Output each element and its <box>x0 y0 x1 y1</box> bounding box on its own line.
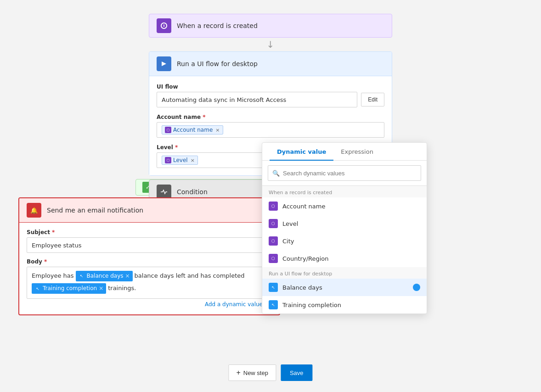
ui-flow-label: UI flow <box>157 84 384 90</box>
email-block: 🔔 Send me an email notification Subject … <box>18 197 280 315</box>
ui-flow-input[interactable]: Automating data sync in Microsoft Access <box>157 92 357 107</box>
canvas: When a record is created ↓ Run a UI flow… <box>0 0 541 392</box>
level-tag-remove[interactable]: × <box>191 157 195 163</box>
account-name-tag-icon: ⬡ <box>165 127 171 133</box>
section-when-record: When a record is created <box>262 186 427 197</box>
body-input[interactable]: Employee has ↖ Balance days × balance da… <box>27 267 272 299</box>
account-name-icon: ⬡ <box>269 202 278 211</box>
balance-days-tag: ↖ Balance days × <box>76 271 133 281</box>
add-dynamic-value[interactable]: Add a dynamic value ⚡ <box>27 301 272 308</box>
ui-flow-row: Automating data sync in Microsoft Access… <box>157 92 384 107</box>
level-required: * <box>175 144 178 151</box>
run-ui-flow-title: Run a UI flow for desktop <box>177 60 258 67</box>
email-body-section: Subject * Employee status Body * Employe… <box>19 223 279 314</box>
trigger-label: When a record is created <box>177 22 258 29</box>
trigger-block[interactable]: When a record is created <box>149 14 392 38</box>
dynamic-item-balance-days[interactable]: ↖ Balance days <box>262 279 427 296</box>
subject-label: Subject * <box>27 229 272 235</box>
body-line-2: ↖ Training completion × trainings. <box>32 283 267 294</box>
level-tag: ⬡ Level × <box>162 156 198 165</box>
edit-button[interactable]: Edit <box>361 93 384 106</box>
account-name-input[interactable]: ⬡ Account name × <box>157 122 384 138</box>
connector-arrow: ↓ <box>267 38 275 51</box>
account-name-field: Account name * ⬡ Account name × <box>157 114 384 138</box>
condition-label: Condition <box>177 188 208 196</box>
ui-flow-field: UI flow Automating data sync in Microsof… <box>157 84 384 107</box>
training-panel-icon: ↖ <box>269 300 278 309</box>
section-run-ui-flow: Run a UI flow for desktop <box>262 267 427 279</box>
dynamic-item-level[interactable]: ⬡ Level <box>262 215 427 232</box>
search-dynamic-input[interactable] <box>268 165 421 181</box>
balance-days-remove[interactable]: × <box>125 272 130 280</box>
bottom-bar: + New step Save <box>228 364 312 381</box>
body-line-1: Employee has ↖ Balance days × balance da… <box>32 271 267 281</box>
account-name-label: Account name * <box>157 114 384 120</box>
search-wrapper: 🔍 <box>268 165 421 181</box>
tab-dynamic-value[interactable]: Dynamic value <box>270 143 333 161</box>
run-ui-flow-icon <box>157 56 171 71</box>
subject-field: Subject * Employee status <box>27 229 272 253</box>
body-field: Body * Employee has ↖ Balance days × bal… <box>27 258 272 308</box>
dynamic-value-panel: Dynamic value Expression 🔍 When a record… <box>262 142 427 314</box>
subject-input[interactable]: Employee status <box>27 237 272 253</box>
email-title: Send me an email notification <box>47 207 143 214</box>
email-icon: 🔔 <box>27 203 41 218</box>
balance-days-dot <box>413 284 420 291</box>
balance-days-icon: ↖ <box>79 273 85 280</box>
dynamic-item-city[interactable]: ⬡ City <box>262 232 427 250</box>
body-label: Body * <box>27 258 272 265</box>
dynamic-item-country[interactable]: ⬡ Country/Region <box>262 250 427 267</box>
dynamic-item-account-name[interactable]: ⬡ Account name <box>262 197 427 215</box>
tab-expression[interactable]: Expression <box>333 143 381 161</box>
panel-tabs: Dynamic value Expression <box>262 143 427 161</box>
level-icon: ⬡ <box>269 219 278 228</box>
new-step-plus: + <box>236 369 240 377</box>
balance-days-panel-icon: ↖ <box>269 283 278 292</box>
new-step-button[interactable]: + New step <box>228 364 276 381</box>
account-name-tag: ⬡ Account name × <box>162 125 223 134</box>
account-name-tag-remove[interactable]: × <box>215 127 220 133</box>
country-icon: ⬡ <box>269 254 278 263</box>
level-tag-icon: ⬡ <box>165 157 171 163</box>
run-ui-flow-header[interactable]: Run a UI flow for desktop <box>149 52 392 76</box>
training-completion-icon: ↖ <box>34 286 41 292</box>
training-completion-tag: ↖ Training completion × <box>32 283 106 294</box>
save-button[interactable]: Save <box>281 364 313 381</box>
email-header[interactable]: 🔔 Send me an email notification <box>19 198 279 223</box>
panel-search: 🔍 <box>262 161 427 186</box>
trigger-icon <box>157 18 171 33</box>
city-icon: ⬡ <box>269 236 278 246</box>
account-name-required: * <box>203 114 205 120</box>
dynamic-item-training[interactable]: ↖ Training completion <box>262 296 427 314</box>
training-completion-remove[interactable]: × <box>99 284 103 293</box>
